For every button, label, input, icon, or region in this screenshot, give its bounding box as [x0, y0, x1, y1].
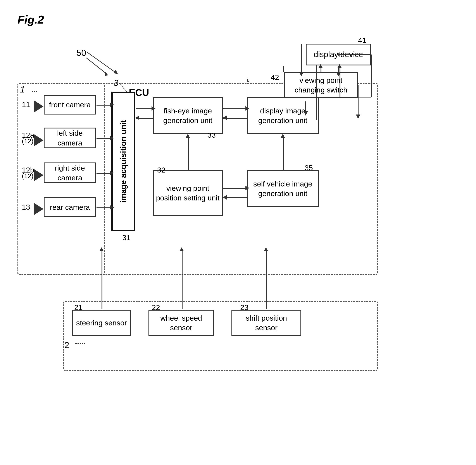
right-camera-icon: [34, 169, 44, 181]
ref-12b-p: (12): [22, 172, 33, 180]
arrowhead-vp-fisheye: [186, 134, 190, 138]
arrowhead-fisheye-acq: [135, 116, 139, 120]
svg-marker-8: [299, 72, 303, 76]
arrowhead-vpcs-up: [318, 64, 323, 68]
front-camera-icon: [34, 100, 44, 113]
svg-marker-5: [247, 77, 249, 82]
rear-camera-icon: [34, 203, 44, 215]
svg-line-0: [87, 52, 118, 74]
ref-32: 32: [157, 166, 166, 174]
right-side-camera-block: right side camera: [44, 162, 96, 183]
arrowhead-steer-vp: [99, 247, 104, 251]
arrowhead-rear-cam: [110, 205, 114, 210]
arrow-steer-vp: [101, 249, 102, 309]
arrow-left-cam: [97, 138, 111, 139]
arrowhead-sv-display: [281, 134, 285, 138]
arrow-front-cam: [97, 105, 111, 106]
left-camera-icon: [34, 134, 44, 146]
arrowhead-front-cam: [110, 103, 114, 107]
arrow-vp-fisheye: [188, 135, 189, 170]
ref-33: 33: [207, 131, 216, 139]
rear-camera-block: rear camera: [44, 197, 96, 217]
arrow-sv-display: [283, 135, 284, 170]
arrowhead-vp-sv: [245, 186, 249, 190]
ref-12a-p: (12): [22, 137, 33, 145]
arrow-right-cam: [97, 173, 111, 174]
ref-41: 41: [358, 36, 366, 44]
arrow-display-fisheye: [223, 118, 247, 119]
arrowhead-shift-vp: [264, 247, 268, 251]
arrow-rear-cam: [97, 207, 111, 208]
arrowhead-di-dd: [337, 64, 342, 68]
ref-13: 13: [22, 203, 30, 211]
arrowhead-display-fisheye: [223, 116, 227, 120]
arrow-di-dd: [340, 65, 340, 97]
ref-50: 50: [77, 48, 86, 58]
image-acquisition-block: image acquisition unit: [111, 92, 135, 231]
arrow-50: [85, 50, 124, 76]
arrow-fisheye-display: [223, 108, 247, 109]
fish-eye-block: fish-eye image generation unit: [153, 97, 223, 134]
self-vehicle-block: self vehicle image generation unit: [247, 170, 319, 207]
arrowhead-right-cam: [110, 171, 114, 175]
ref-35: 35: [305, 164, 313, 172]
ref-11: 11: [22, 100, 30, 109]
arrowhead-sv-vp: [223, 195, 227, 200]
viewing-point-block: viewing point position setting unit: [153, 170, 223, 216]
ref-31: 31: [122, 233, 131, 242]
arrowhead-acq-fisheye: [152, 106, 155, 111]
wheel-speed-sensor-block: wheel speed sensor: [148, 310, 214, 336]
left-side-camera-block: left side camera: [44, 127, 96, 148]
arrow-shift-vp: [266, 249, 267, 309]
arrow-acq-fisheye: [136, 108, 153, 109]
front-camera-block: front camera: [44, 95, 96, 115]
arrowhead-left-cam: [110, 136, 114, 140]
svg-arrows-right: [282, 44, 317, 120]
arrow-wheel-vp: [182, 249, 183, 309]
arrow-sv-vp: [223, 197, 247, 198]
arrowhead-wheel-vp: [179, 247, 184, 251]
steering-sensor-block: steering sensor: [72, 310, 131, 336]
svg-marker-1: [113, 70, 118, 74]
figure-title: Fig.2: [17, 13, 44, 26]
shift-position-sensor-block: shift position sensor: [232, 310, 301, 336]
arrow-vp-sv: [223, 188, 247, 189]
